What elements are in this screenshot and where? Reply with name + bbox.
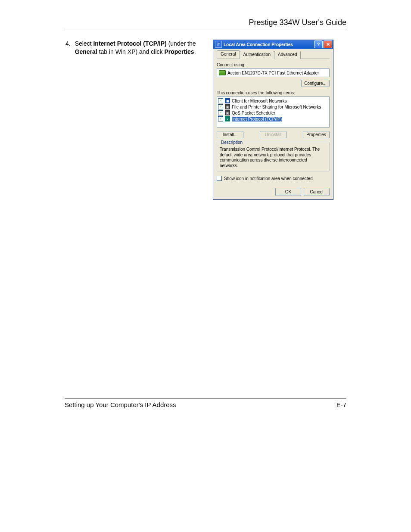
adapter-name: Accton EN1207D-TX PCI Fast Ethernet Adap… [227,71,319,75]
show-icon-checkbox[interactable]: ✓ [217,176,222,181]
properties-button[interactable]: Properties [303,131,330,138]
titlebar[interactable]: ⇵ Local Area Connection Properties ? ✕ [213,40,333,49]
tab-advanced[interactable]: Advanced [274,51,301,59]
cancel-button[interactable]: Cancel [304,188,330,196]
tab-authentication[interactable]: Authentication [240,51,274,59]
instruction-number: 4. [65,40,75,200]
list-item[interactable]: ✓ ◼ Client for Microsoft Networks [218,98,328,104]
list-item-selected[interactable]: ✓ ▪ Internet Protocol (TCP/IP) [218,116,328,122]
configure-button[interactable]: Configure... [301,80,330,87]
dialog-title: Local Area Connection Properties [224,42,314,47]
description-group: Description Transmission Control Protoco… [217,142,330,171]
checkbox[interactable]: ✓ [218,104,223,109]
connection-properties-dialog: ⇵ Local Area Connection Properties ? ✕ G… [213,40,333,200]
qos-icon: ▣ [225,110,230,115]
footer-section-title: Setting up Your Computer's IP Address [65,401,176,408]
connect-using-label: Connect using: [217,62,330,67]
instruction-step: 4. Select Internet Protocol (TCP/IP) (un… [65,40,202,200]
header-title: Prestige 334W User's Guide [65,18,346,29]
checkbox[interactable]: ✓ [218,116,223,121]
tab-strip: General Authentication Advanced [217,50,330,59]
show-icon-row[interactable]: ✓ Show icon in notification area when co… [217,176,330,181]
items-listbox[interactable]: ✓ ◼ Client for Microsoft Networks ✓ ▣ Fi… [217,96,330,128]
show-icon-label: Show icon in notification area when conn… [224,176,313,181]
help-button[interactable]: ? [314,40,323,48]
description-text: Transmission Control Protocol/Internet P… [220,147,327,168]
connection-icon: ⇵ [215,41,222,48]
instruction-text: Select Internet Protocol (TCP/IP) (under… [75,40,202,200]
tab-general[interactable]: General [217,50,240,59]
footer-page-number: E-7 [336,401,346,408]
nic-icon [219,70,226,75]
protocol-icon: ▪ [225,116,230,121]
close-button[interactable]: ✕ [324,40,332,48]
share-icon: ▣ [225,104,230,109]
ok-button[interactable]: OK [275,188,301,196]
install-button[interactable]: Install... [217,131,243,138]
items-label: This connection uses the following items… [217,90,330,95]
client-icon: ◼ [225,98,230,103]
adapter-field: Accton EN1207D-TX PCI Fast Ethernet Adap… [217,68,330,77]
list-item[interactable]: ✓ ▣ QoS Packet Scheduler [218,110,328,116]
list-item[interactable]: ✓ ▣ File and Printer Sharing for Microso… [218,104,328,110]
uninstall-button: Uninstall [260,131,286,138]
checkbox[interactable]: ✓ [218,98,223,103]
checkbox[interactable]: ✓ [218,110,223,115]
